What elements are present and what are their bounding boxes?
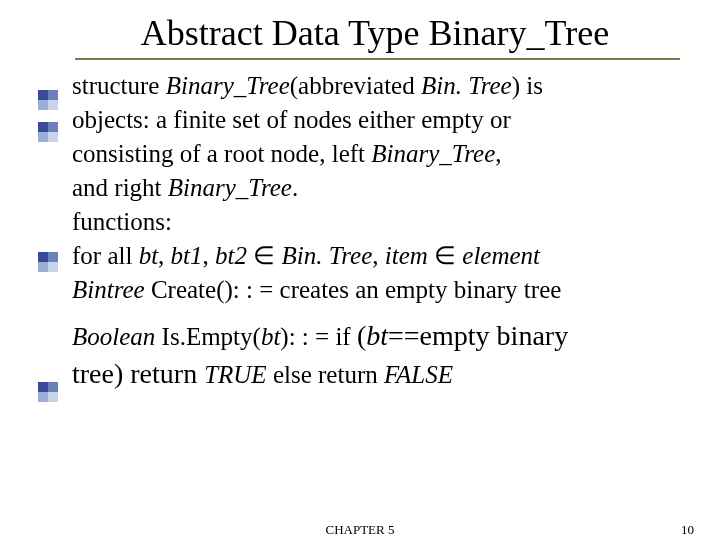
text: ): : = if — [280, 323, 357, 350]
line-objects2: consisting of a root node, left Binary_T… — [72, 138, 700, 170]
text: , — [203, 242, 216, 269]
line-forall: for all bt, bt1, bt2 ∈ Bin. Tree, item ∈… — [72, 240, 700, 272]
text-italic: Bintree — [72, 276, 151, 303]
line-functions: functions: — [72, 206, 700, 238]
line-structure: structure Binary_Tree(abbreviated Bin. T… — [72, 70, 700, 102]
text: ∈ — [247, 242, 282, 269]
text-italic: item — [385, 242, 428, 269]
text: ) is — [512, 72, 543, 99]
line-isempty2: tree) return TRUE else return FALSE — [72, 356, 700, 392]
text-italic: Binary_Tree — [168, 174, 292, 201]
text: , — [158, 242, 171, 269]
content-block: structure Binary_Tree(abbreviated Bin. T… — [72, 70, 700, 392]
text: else return — [267, 361, 384, 388]
text: tree) return — [72, 358, 204, 389]
bullet-icon — [38, 90, 60, 112]
title-underline — [75, 58, 680, 60]
text: and right — [72, 174, 168, 201]
text: structure — [72, 72, 166, 99]
bullet-icon — [38, 252, 60, 274]
text-italic: bt — [139, 242, 158, 269]
text-italic: bt2 — [215, 242, 247, 269]
text: for all — [72, 242, 139, 269]
text-italic: element — [462, 242, 540, 269]
text: consisting of a root node, left — [72, 140, 371, 167]
text-italic: Binary_Tree — [371, 140, 495, 167]
page-title: Abstract Data Type Binary_Tree — [90, 12, 660, 54]
line-isempty1: Boolean Is.Empty(bt): : = if (bt==empty … — [72, 318, 700, 354]
text-italic: bt1 — [171, 242, 203, 269]
text-italic: bt — [261, 323, 280, 350]
text-italic: Binary_Tree — [166, 72, 290, 99]
text: Create(): : = creates an empty binary tr… — [151, 276, 561, 303]
footer-page-number: 10 — [681, 522, 694, 538]
text: ∈ — [428, 242, 463, 269]
text: ==empty binary — [388, 320, 568, 351]
text: ( — [357, 320, 366, 351]
footer-chapter: CHAPTER 5 — [0, 522, 720, 538]
text: (abbreviated — [290, 72, 421, 99]
text: Is.Empty( — [162, 323, 261, 350]
text-italic: FALSE — [384, 361, 453, 388]
text: , — [372, 242, 385, 269]
text-italic: TRUE — [204, 361, 267, 388]
text-italic: Bin. Tree — [282, 242, 373, 269]
text: , — [495, 140, 501, 167]
slide: Abstract Data Type Binary_Tree structure… — [0, 12, 720, 540]
text-italic: Bin. Tree — [421, 72, 512, 99]
line-objects3: and right Binary_Tree. — [72, 172, 700, 204]
text-italic: bt — [366, 320, 388, 351]
text: . — [292, 174, 298, 201]
line-create: Bintree Create(): : = creates an empty b… — [72, 274, 700, 306]
bullet-icon — [38, 382, 60, 404]
text-italic: Boolean — [72, 323, 162, 350]
bullet-icon — [38, 122, 60, 144]
line-objects1: objects: a finite set of nodes either em… — [72, 104, 700, 136]
